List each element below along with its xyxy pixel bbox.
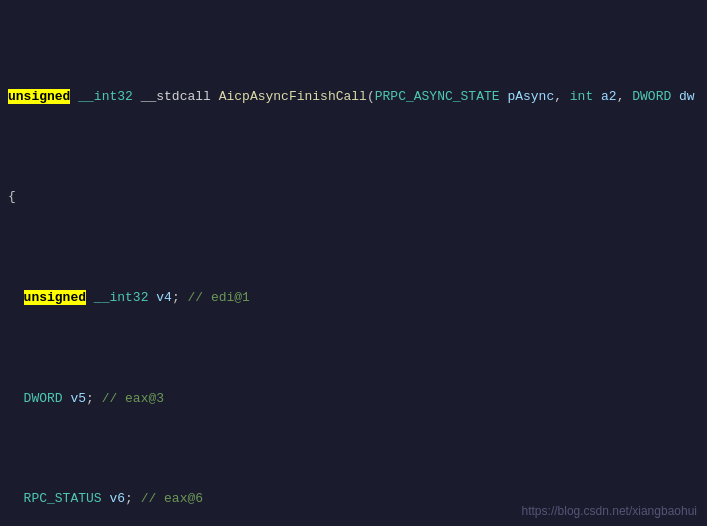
code-line-2: unsigned __int32 v4; // edi@1 (8, 288, 699, 308)
code-line-3: DWORD v5; // eax@3 (8, 389, 699, 409)
code-area: unsigned __int32 __stdcall AicpAsyncFini… (0, 0, 707, 526)
watermark: https://blog.csdn.net/xiangbaohui (522, 504, 697, 518)
code-line-header: unsigned __int32 __stdcall AicpAsyncFini… (8, 87, 699, 107)
keyword-unsigned: unsigned (8, 89, 70, 104)
code-line-1: { (8, 187, 699, 207)
code-window: unsigned __int32 __stdcall AicpAsyncFini… (0, 0, 707, 526)
